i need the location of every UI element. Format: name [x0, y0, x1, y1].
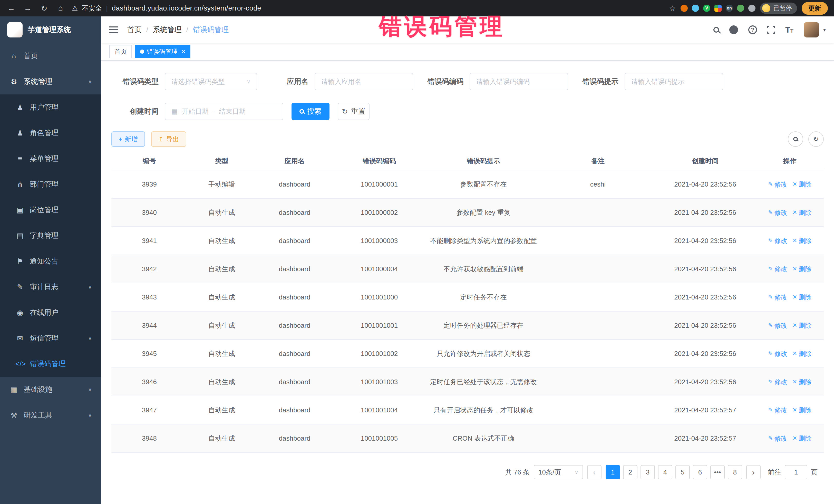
breadcrumb-item[interactable]: 系统管理 [153, 25, 182, 35]
sidebar-item[interactable]: ♟角色管理 [0, 120, 101, 146]
sidebar-item[interactable]: ⚑通知公告 [0, 248, 101, 274]
chrome-update-button[interactable]: 更新 [802, 2, 828, 15]
github-icon[interactable] [729, 25, 738, 34]
edit-link[interactable]: ✎修改 [768, 209, 787, 217]
sidebar-item[interactable]: ▤字典管理 [0, 223, 101, 248]
extension-grid-icon[interactable] [715, 5, 722, 12]
sidebar-item[interactable]: ♟用户管理 [0, 94, 101, 120]
sidebar-item[interactable]: ✎审计日志∨ [0, 274, 101, 300]
delete-link[interactable]: ✕删除 [792, 321, 811, 330]
search-icon[interactable] [714, 27, 719, 32]
sidebar-item[interactable]: ✉短信管理∨ [0, 325, 101, 351]
table-row[interactable]: 3947自动生成dashboard1001001004只有开启状态的任务，才可以… [111, 396, 824, 424]
delete-link[interactable]: ✕删除 [792, 406, 811, 414]
fullscreen-icon[interactable] [767, 26, 775, 34]
page-ellipsis[interactable]: ••• [710, 465, 725, 479]
delete-link[interactable]: ✕删除 [792, 180, 811, 189]
prev-page-button[interactable]: ‹ [587, 465, 601, 479]
sidebar-item[interactable]: ⌂首页 [0, 43, 101, 69]
edit-link[interactable]: ✎修改 [768, 321, 787, 330]
font-size-icon[interactable] [785, 25, 793, 35]
table-row[interactable]: 3940自动生成dashboard1001000002参数配置 key 重复20… [111, 199, 824, 227]
chevron-down-icon[interactable]: ▾ [823, 27, 826, 33]
reload-icon[interactable]: ↻ [39, 4, 49, 13]
user-avatar[interactable] [804, 22, 819, 38]
table-row[interactable]: 3939手动编辑dashboard1001000001参数配置不存在ceshi2… [111, 170, 824, 199]
create-time-range-picker[interactable]: ▦ 开始日期 - 结束日期 [165, 103, 283, 120]
table-row[interactable]: 3945自动生成dashboard1001001002只允许修改为开启或者关闭状… [111, 340, 824, 368]
page-button[interactable]: 8 [728, 465, 742, 479]
page-button[interactable]: 1 [606, 465, 620, 479]
delete-link[interactable]: ✕删除 [792, 265, 811, 273]
home-icon[interactable]: ⌂ [56, 4, 66, 13]
page-size-select[interactable]: 10条/页 ∨ [534, 465, 583, 479]
reset-button[interactable]: ↻ 重置 [338, 103, 370, 120]
extension-leaf-icon[interactable] [737, 5, 744, 12]
sidebar-item[interactable]: ⋔部门管理 [0, 171, 101, 197]
back-icon[interactable]: ← [6, 4, 17, 13]
delete-link[interactable]: ✕删除 [792, 434, 811, 443]
extension-orange-icon[interactable] [681, 5, 688, 12]
edit-link[interactable]: ✎修改 [768, 293, 787, 302]
help-icon[interactable] [748, 25, 757, 34]
delete-link[interactable]: ✕删除 [792, 293, 811, 302]
column-header[interactable]: 错误码编码 [333, 154, 425, 168]
table-row[interactable]: 3941自动生成dashboard1001000003不能删除类型为系统内置的参… [111, 227, 824, 255]
edit-link[interactable]: ✎修改 [768, 378, 787, 386]
profile-paused-badge[interactable]: 已暂停 [760, 3, 797, 14]
delete-link[interactable]: ✕删除 [792, 350, 811, 358]
delete-link[interactable]: ✕删除 [792, 378, 811, 386]
table-row[interactable]: 3942自动生成dashboard1001000004不允许获取敏感配置到前端2… [111, 255, 824, 283]
refresh-button[interactable]: ↻ [808, 131, 824, 147]
extension-puzzle-icon[interactable] [748, 5, 755, 12]
sidebar-toggle-icon[interactable] [109, 26, 118, 33]
tab-close-icon[interactable]: × [182, 48, 185, 55]
column-header[interactable]: 错误码提示 [425, 154, 542, 168]
export-button[interactable]: ↥ 导出 [151, 131, 186, 147]
extension-dark-on-icon[interactable]: on [726, 5, 733, 12]
edit-link[interactable]: ✎修改 [768, 406, 787, 414]
sidebar-item[interactable]: ≡菜单管理 [0, 146, 101, 171]
sidebar-item[interactable]: ◉在线用户 [0, 300, 101, 325]
column-header[interactable]: 创建时间 [654, 154, 756, 168]
table-row[interactable]: 3948自动生成dashboard1001001005CRON 表达式不正确20… [111, 424, 824, 453]
edit-link[interactable]: ✎修改 [768, 237, 787, 245]
sidebar-item[interactable]: </>错误码管理 [0, 351, 101, 377]
forward-icon[interactable]: → [23, 4, 33, 13]
next-page-button[interactable]: › [746, 465, 761, 479]
table-row[interactable]: 3946自动生成dashboard1001001003定时任务已经处于该状态，无… [111, 368, 824, 396]
delete-link[interactable]: ✕删除 [792, 237, 811, 245]
page-button[interactable]: 3 [640, 465, 655, 479]
add-button[interactable]: + 新增 [111, 131, 145, 147]
edit-link[interactable]: ✎修改 [768, 265, 787, 273]
sidebar-item[interactable]: ⚒研发工具∨ [0, 402, 101, 428]
page-button[interactable]: 2 [623, 465, 637, 479]
column-header[interactable]: 备注 [542, 154, 654, 168]
toggle-search-button[interactable] [788, 131, 803, 147]
extension-green-check-icon[interactable]: V [703, 5, 710, 12]
edit-link[interactable]: ✎修改 [768, 180, 787, 189]
goto-page-input[interactable]: 1 [785, 465, 807, 479]
app-logo[interactable]: 芋道管理系统 [0, 17, 101, 43]
error-code-input[interactable]: 请输入错误码编码 [469, 73, 568, 90]
table-row[interactable]: 3943自动生成dashboard1001001000定时任务不存在2021-0… [111, 283, 824, 311]
edit-link[interactable]: ✎修改 [768, 350, 787, 358]
sidebar-item[interactable]: ⚙系统管理∧ [0, 69, 101, 94]
tag-item[interactable]: 错误码管理× [135, 45, 191, 58]
table-row[interactable]: 3944自动生成dashboard1001001001定时任务的处理器已经存在2… [111, 311, 824, 340]
page-button[interactable]: 5 [675, 465, 690, 479]
search-button[interactable]: 搜索 [291, 103, 329, 120]
edit-link[interactable]: ✎修改 [768, 434, 787, 443]
sidebar-item[interactable]: ▣岗位管理 [0, 197, 101, 223]
error-type-select[interactable]: 请选择错误码类型 ∨ [165, 73, 257, 90]
address-bar[interactable]: ⚠ 不安全 | dashboard.yudao.iocoder.cn/syste… [72, 4, 261, 13]
column-header[interactable]: 编号 [111, 154, 187, 168]
delete-link[interactable]: ✕删除 [792, 209, 811, 217]
column-header[interactable]: 类型 [187, 154, 256, 168]
sidebar-item[interactable]: ▦基础设施∨ [0, 377, 101, 402]
column-header[interactable]: 应用名 [256, 154, 333, 168]
column-header[interactable]: 操作 [756, 154, 824, 168]
bookmark-star-icon[interactable]: ☆ [669, 4, 676, 13]
error-hint-input[interactable]: 请输入错误码提示 [624, 73, 723, 90]
page-button[interactable]: 4 [658, 465, 672, 479]
